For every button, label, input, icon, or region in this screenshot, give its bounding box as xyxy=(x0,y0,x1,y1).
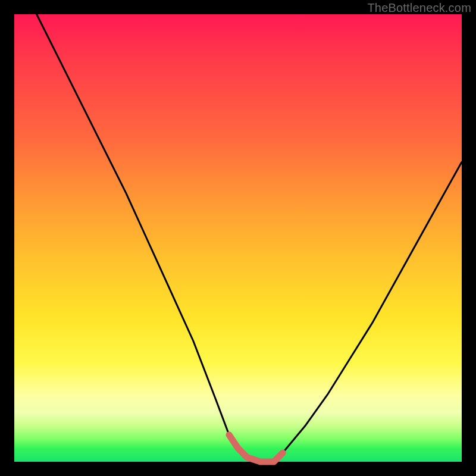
plot-area xyxy=(14,14,462,462)
watermark-text: TheBottleneck.com xyxy=(367,1,471,15)
bottleneck-curve xyxy=(37,14,462,462)
outer-frame: TheBottleneck.com xyxy=(0,0,476,476)
curve-layer xyxy=(14,14,462,462)
curve-highlight-segment xyxy=(229,435,283,462)
curve-main-line xyxy=(37,14,462,462)
